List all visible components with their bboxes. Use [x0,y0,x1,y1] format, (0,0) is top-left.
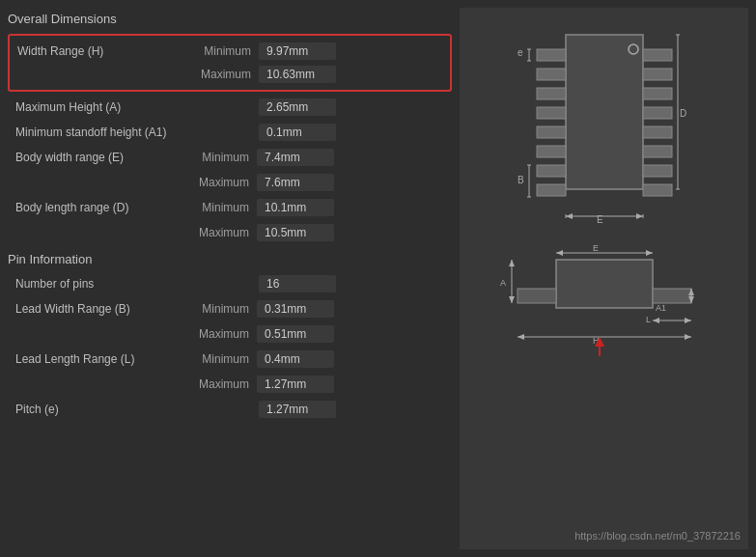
lead-width-min-label: Minimum [189,302,257,316]
body-width-max-label: Maximum [189,176,257,189]
svg-rect-9 [643,49,672,61]
svg-text:A1: A1 [656,303,666,313]
svg-rect-12 [643,107,672,119]
lead-length-max-label: Maximum [189,377,257,391]
pitch-row: Pitch (e) 1.27mm [8,398,452,421]
svg-rect-10 [643,69,672,80]
svg-rect-7 [537,165,566,177]
width-range-max-row: Maximum 10.63mm [10,63,450,86]
pin-information-title: Pin Information [8,246,452,270]
lead-length-max-row: Maximum 1.27mm [8,373,452,396]
min-standoff-value: 0.1mm [259,124,336,141]
svg-text:e: e [518,47,523,58]
svg-rect-16 [643,184,672,196]
svg-rect-5 [537,126,566,138]
num-pins-row: Number of pins 16 [8,272,452,295]
body-width-label: Body width range (E) [15,151,189,164]
left-panel: Overall Dimensions Width Range (H) Minim… [8,8,452,549]
body-length-min-label: Minimum [189,201,257,214]
bottom-diagram: E A A1 L H [467,236,741,361]
body-width-min-value: 7.4mm [257,149,334,166]
pitch-label: Pitch (e) [15,403,259,416]
svg-marker-41 [556,250,563,256]
body-width-min-label: Minimum [189,151,257,164]
main-container: Overall Dimensions Width Range (H) Minim… [0,0,756,557]
top-diagram: e B D E [467,15,741,228]
svg-rect-36 [556,260,653,308]
svg-text:L: L [646,315,651,324]
num-pins-value: 16 [259,275,336,292]
svg-rect-11 [643,88,672,99]
pitch-value: 1.27mm [259,401,336,418]
svg-rect-0 [566,35,643,189]
right-panel: e B D E [460,8,748,549]
svg-rect-2 [537,69,566,80]
width-range-section: Width Range (H) Minimum 9.97mm Maximum 1… [8,34,452,92]
width-range-min-label: Minimum [191,44,259,58]
width-range-max-label: Maximum [191,68,259,81]
svg-rect-3 [537,88,566,99]
lead-width-min-row: Lead Width Range (B) Minimum 0.31mm [8,297,452,320]
svg-marker-34 [566,213,573,219]
svg-marker-35 [636,213,643,219]
svg-marker-42 [646,250,653,256]
body-length-min-row: Body length range (D) Minimum 10.1mm [8,196,452,219]
lead-length-max-value: 1.27mm [257,376,334,393]
lead-length-min-row: Lead Length Range (L) Minimum 0.4mm [8,348,452,371]
svg-marker-53 [653,318,659,323]
num-pins-label: Number of pins [15,277,259,291]
svg-text:B: B [518,175,524,185]
svg-marker-54 [685,318,691,323]
body-width-max-row: Maximum 7.6mm [8,171,452,194]
max-height-row: Maximum Height (A) 2.65mm [8,96,452,119]
lead-width-max-value: 0.51mm [257,325,334,343]
bottom-diagram-svg: E A A1 L H [498,236,711,361]
min-standoff-row: Minimum standoff height (A1) 0.1mm [8,121,452,144]
svg-rect-1 [537,49,566,61]
svg-rect-8 [537,184,566,196]
lead-width-max-label: Maximum [189,327,257,341]
lead-width-label: Lead Width Range (B) [15,302,189,316]
body-length-max-row: Maximum 10.5mm [8,221,452,244]
svg-text:A: A [500,278,506,288]
body-length-max-label: Maximum [189,226,257,239]
csdn-url: https://blog.csdn.net/m0_37872216 [574,530,741,542]
top-diagram-svg: e B D E [508,15,701,228]
body-width-min-row: Body width range (E) Minimum 7.4mm [8,146,452,169]
body-length-min-value: 10.1mm [257,199,334,216]
svg-rect-15 [643,165,672,177]
lead-width-min-value: 0.31mm [257,300,334,318]
width-range-min-value: 9.97mm [259,42,336,60]
svg-rect-37 [518,289,556,303]
max-height-label: Maximum Height (A) [15,100,259,114]
svg-rect-6 [537,146,566,157]
body-width-max-value: 7.6mm [257,174,334,191]
svg-marker-57 [518,334,524,340]
width-range-max-value: 10.63mm [259,66,336,83]
width-range-min-row: Width Range (H) Minimum 9.97mm [10,40,450,63]
svg-rect-38 [653,289,691,303]
overall-dimensions-title: Overall Dimensions [8,8,452,30]
body-length-max-value: 10.5mm [257,224,334,241]
body-length-label: Body length range (D) [15,201,189,214]
lead-length-min-label: Minimum [189,352,257,366]
lead-length-label: Lead Length Range (L) [15,352,189,366]
svg-text:E: E [593,243,599,253]
svg-marker-58 [685,334,691,340]
svg-rect-4 [537,107,566,119]
svg-rect-14 [643,146,672,157]
width-range-label: Width Range (H) [17,44,191,58]
svg-rect-13 [643,126,672,138]
svg-text:D: D [680,108,686,119]
lead-width-max-row: Maximum 0.51mm [8,322,452,346]
svg-marker-46 [509,296,515,303]
lead-length-min-value: 0.4mm [257,350,334,368]
min-standoff-label: Minimum standoff height (A1) [15,125,259,139]
max-height-value: 2.65mm [259,98,336,116]
svg-marker-45 [509,260,515,266]
